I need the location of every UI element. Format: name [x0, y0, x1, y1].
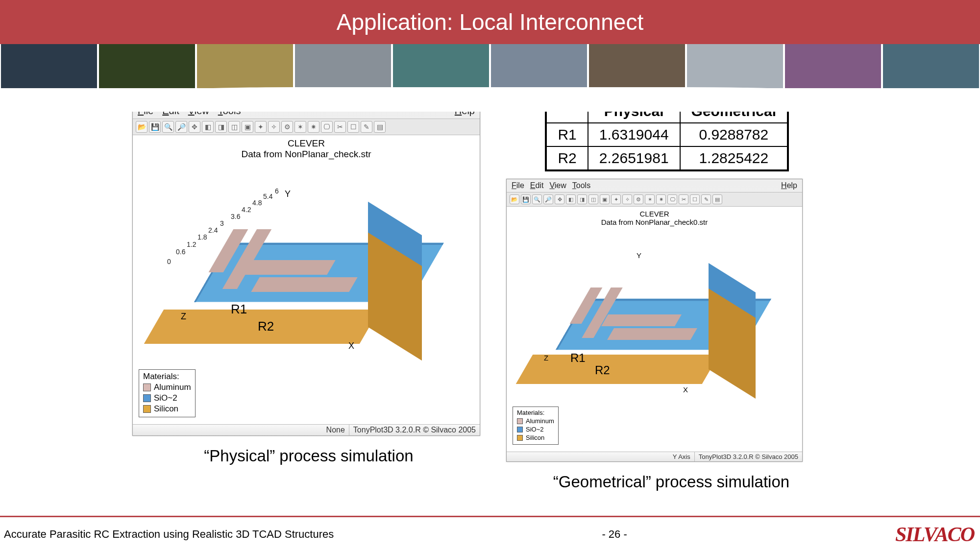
y-tick: 1.2 — [187, 240, 196, 248]
right-caption: “Geometrical” process simulation — [505, 473, 838, 491]
plot-title-2: Data from NonPlanar_check0.str — [507, 218, 802, 226]
legend-row: SiO~2 — [143, 393, 191, 403]
tool5-icon[interactable]: ✷ — [656, 194, 666, 204]
wireframe-icon[interactable]: ◫ — [228, 121, 240, 133]
tool-icon[interactable]: ✦ — [255, 121, 267, 133]
swatch-aluminum — [517, 418, 523, 424]
box-icon[interactable]: ☐ — [690, 194, 700, 204]
decorative-image-strip — [0, 44, 980, 88]
solid-icon[interactable]: ▣ — [242, 121, 253, 133]
content-area: File Edit View Tools Help 📂 💾 🔍 🔎 ✥ ◧ ◨ … — [132, 103, 936, 497]
legend-label: Aluminum — [154, 383, 191, 392]
menu-bar: File Edit View Tools Help — [507, 179, 802, 192]
table-cell: R1 — [546, 123, 588, 146]
tool7-icon[interactable]: ▤ — [374, 121, 386, 133]
open-icon[interactable]: 📂 — [136, 121, 147, 133]
toolbar: 📂 💾 🔍 🔎 ✥ ◧ ◨ ◫ ▣ ✦ ✧ ⚙ ✶ ✷ 🖵 ✂ ☐ ✎ ▤ — [133, 119, 480, 135]
materials-legend: Materials: Aluminum SiO~2 Silicon — [139, 369, 196, 417]
left-caption: “Physical” process simulation — [132, 447, 485, 465]
strip-tile — [0, 44, 98, 88]
zoom-out-icon[interactable]: 🔎 — [175, 121, 187, 133]
geometrical-sim-window: File Edit View Tools Help 📂 💾 🔍 🔎 ✥ ◧ ◨ … — [506, 179, 803, 462]
save-icon[interactable]: 💾 — [149, 121, 161, 133]
save-icon[interactable]: 💾 — [521, 194, 531, 204]
fit-icon[interactable]: ✥ — [189, 121, 200, 133]
menu-file[interactable]: File — [512, 181, 524, 190]
strip-tile — [588, 44, 686, 88]
strip-tile — [196, 44, 294, 88]
status-right: TonyPlot3D 3.2.0.R © Silvaco 2005 — [349, 425, 480, 435]
wireframe-icon[interactable]: ◫ — [588, 194, 598, 204]
materials-legend: Materials: Aluminum SiO~2 Silicon — [513, 407, 559, 445]
cube2-icon[interactable]: ◨ — [577, 194, 587, 204]
solid-icon[interactable]: ▣ — [600, 194, 610, 204]
display-icon[interactable]: 🖵 — [321, 121, 333, 133]
legend-row: SiO~2 — [517, 426, 554, 433]
tool4-icon[interactable]: ✶ — [645, 194, 655, 204]
tool2-icon[interactable]: ✧ — [268, 121, 280, 133]
plot-title-2: Data from NonPlanar_check.str — [133, 149, 480, 160]
tool7-icon[interactable]: ▤ — [712, 194, 722, 204]
y-tick: 0.6 — [176, 248, 185, 256]
y-tick: 4.2 — [242, 206, 251, 214]
legend-row: Silicon — [143, 404, 191, 414]
plot-area: CLEVER Data from NonPlanar_check0.str — [507, 207, 802, 452]
zoom-out-icon[interactable]: 🔎 — [543, 194, 553, 204]
strip-tile — [490, 44, 588, 88]
tool6-icon[interactable]: ✎ — [361, 121, 372, 133]
table-cell: 1.6319044 — [588, 123, 680, 146]
3d-structure: R1 R2 X Y Z — [526, 248, 781, 434]
3d-structure: R1 R2 X Y Z 0 0.6 1.2 1.8 2.4 3 3.6 4.2 … — [157, 184, 456, 405]
tool2-icon[interactable]: ✧ — [622, 194, 632, 204]
r2-label: R2 — [258, 319, 274, 334]
zoom-in-icon[interactable]: 🔍 — [162, 121, 174, 133]
tool-icon[interactable]: ✦ — [611, 194, 621, 204]
table-row: R1 1.6319044 0.9288782 — [546, 123, 788, 146]
plot-titles: CLEVER Data from NonPlanar_check.str — [133, 138, 480, 160]
open-icon[interactable]: 📂 — [510, 194, 519, 204]
strip-tile — [686, 44, 784, 88]
status-left: Y Axis — [507, 452, 694, 461]
cube-icon[interactable]: ◧ — [566, 194, 576, 204]
tool3-icon[interactable]: ⚙ — [634, 194, 643, 204]
x-axis-label: X — [348, 341, 354, 351]
menu-spacer — [596, 181, 775, 190]
tool5-icon[interactable]: ✷ — [308, 121, 319, 133]
y-tick: 5.4 — [263, 192, 272, 200]
y-axis-label: Y — [285, 189, 291, 199]
cut-icon[interactable]: ✂ — [334, 121, 346, 133]
strip-tile — [882, 44, 980, 88]
z-axis-label: Z — [544, 354, 548, 362]
tool6-icon[interactable]: ✎ — [701, 194, 711, 204]
cube-icon[interactable]: ◧ — [202, 121, 214, 133]
slide-title: Application: Local Interconnect — [337, 9, 644, 35]
r2-label: R2 — [595, 363, 610, 377]
cube2-icon[interactable]: ◨ — [215, 121, 227, 133]
tool4-icon[interactable]: ✶ — [294, 121, 306, 133]
box-icon[interactable]: ☐ — [347, 121, 359, 133]
iso-render — [157, 184, 456, 405]
fit-icon[interactable]: ✥ — [555, 194, 564, 204]
x-axis-label: X — [683, 385, 688, 394]
strip-tile — [392, 44, 490, 88]
menu-tools[interactable]: Tools — [572, 181, 590, 190]
display-icon[interactable]: 🖵 — [667, 194, 677, 204]
footer: Accurate Parasitic RC Extraction using R… — [0, 516, 980, 551]
y-tick: 4.8 — [252, 199, 262, 207]
silvaco-logo: SILVACO — [895, 523, 974, 546]
menu-help[interactable]: Help — [781, 181, 797, 190]
tool3-icon[interactable]: ⚙ — [281, 121, 293, 133]
plot-title-1: CLEVER — [507, 210, 802, 218]
menu-view[interactable]: View — [549, 181, 566, 190]
menu-edit[interactable]: Edit — [530, 181, 544, 190]
right-column: Physical Geometrical R1 1.6319044 0.9288… — [505, 103, 936, 491]
legend-label: SiO~2 — [154, 393, 177, 403]
r1-label: R1 — [231, 302, 247, 317]
cut-icon[interactable]: ✂ — [679, 194, 688, 204]
strip-tile — [784, 44, 882, 88]
zoom-in-icon[interactable]: 🔍 — [532, 194, 542, 204]
y-tick: 1.8 — [197, 233, 207, 241]
y-tick: 3.6 — [231, 213, 240, 220]
legend-label: Silicon — [526, 434, 544, 441]
decorative-curve — [0, 87, 980, 112]
